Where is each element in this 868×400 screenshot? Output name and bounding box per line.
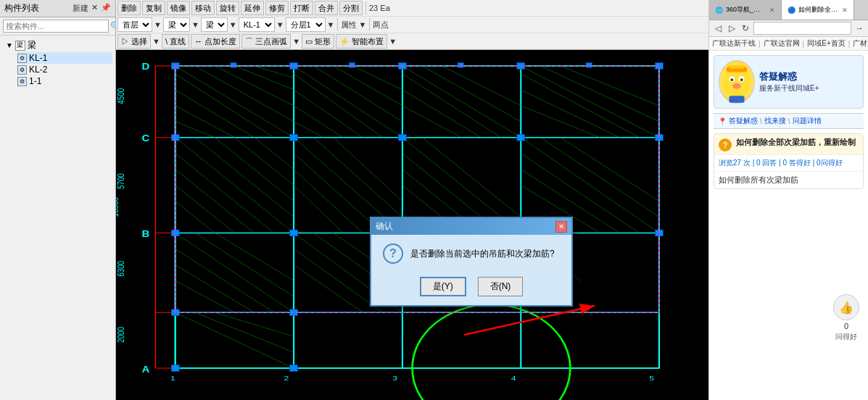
bookmark-guangcai[interactable]: 广材网 xyxy=(853,38,868,49)
tree-root-item[interactable]: ▼ 梁 梁 xyxy=(3,38,112,52)
close-panel-icon[interactable]: ✕ xyxy=(91,3,98,14)
sep-label-5: ▼ xyxy=(327,20,335,29)
counter-label: 23 Ea xyxy=(369,4,390,12)
svg-point-134 xyxy=(730,78,733,81)
svg-text:2: 2 xyxy=(284,374,289,382)
split-btn[interactable]: 分割 xyxy=(339,1,363,15)
break-btn[interactable]: 打断 xyxy=(290,1,313,15)
floor-select[interactable]: 首层 xyxy=(117,17,152,32)
root-icon: 梁 xyxy=(15,41,25,51)
layer-select[interactable]: 分层1 xyxy=(286,17,326,32)
sep-label-6: ▼ xyxy=(358,20,366,29)
rotate-btn[interactable]: 旋转 xyxy=(216,1,239,15)
dialog-body: ? 是否删除当前选中的吊筋和次梁加筋? xyxy=(371,235,571,272)
dialog-title: 确认 xyxy=(376,220,393,233)
right-content: 答疑解惑 服务新干线同城E+ 📍 答疑解惑 \ 找来搜 \ 问题详情 ? 如何删… xyxy=(709,51,868,400)
sep8: ▼ xyxy=(292,37,300,46)
sep1 xyxy=(365,1,366,14)
like-section: 👍 0 问得好 xyxy=(832,294,861,342)
sep3 xyxy=(369,18,370,31)
dialog-yes-btn[interactable]: 是(Y) xyxy=(420,277,466,296)
type-select-1[interactable]: 梁 xyxy=(163,17,190,32)
line-btn[interactable]: \ 直线 xyxy=(162,34,189,49)
location-icon: 📍 xyxy=(718,117,727,125)
rect-btn[interactable]: ▭ 矩形 xyxy=(302,34,334,49)
svg-text:5700: 5700 xyxy=(116,173,125,189)
move-btn[interactable]: 移动 xyxy=(191,1,215,15)
browser-nav: ◁ ▷ ↻ → xyxy=(709,20,868,37)
tree-item-kl2[interactable]: ⚙ KL-2 xyxy=(17,64,112,75)
browser-tab-active[interactable]: 🔵 如何删除全部次梁加筋 ✕ xyxy=(782,0,854,20)
search-input[interactable] xyxy=(3,20,109,33)
dialog-buttons: 是(Y) 否(N) xyxy=(371,272,571,305)
breadcrumb-item-2[interactable]: 找来搜 xyxy=(764,116,786,126)
tab-360-label: 360导航_新一代安全上网导航 xyxy=(726,5,766,14)
kl-select[interactable]: KL-1 xyxy=(239,17,275,32)
trim-btn[interactable]: 修剪 xyxy=(265,1,289,15)
item11-label: 1-1 xyxy=(29,76,41,86)
bookmark-bar: 广联达新干线 | 广联达官网 | 同域E+首页 | 广材网 xyxy=(709,37,868,51)
toolbars: 删除 复制 镜像 移动 旋转 延伸 修剪 打断 合并 分割 23 Ea 首层 ▼… xyxy=(116,0,708,50)
sep2 xyxy=(337,18,338,31)
mascot-title: 答疑解惑 xyxy=(759,70,819,83)
item11-icon: ⚙ xyxy=(17,77,27,86)
bookmark-guanglianda-xinganxian[interactable]: 广联达新干线 xyxy=(712,38,756,49)
extend-btn[interactable]: 延伸 xyxy=(241,1,264,15)
bookmark-tongyue[interactable]: 同域E+首页 xyxy=(807,38,846,49)
select-btn[interactable]: ▷ 选择 xyxy=(117,34,151,49)
tree-item-11[interactable]: ⚙ 1-1 xyxy=(17,75,112,87)
attr-label: 属性 xyxy=(341,20,357,30)
merge-btn[interactable]: 合并 xyxy=(315,1,338,15)
tab-360-close[interactable]: ✕ xyxy=(769,7,775,14)
dialog-no-btn[interactable]: 否(N) xyxy=(478,277,524,296)
svg-text:B: B xyxy=(141,229,149,238)
like-button[interactable]: 👍 xyxy=(833,294,859,320)
type-select-2[interactable]: 梁 xyxy=(201,17,228,32)
address-bar[interactable] xyxy=(753,22,851,35)
mirror-btn[interactable]: 镜像 xyxy=(167,1,190,15)
copy-btn[interactable]: 复制 xyxy=(142,1,165,15)
new-button[interactable]: 新建 xyxy=(73,3,88,14)
nav-refresh-btn[interactable]: ↻ xyxy=(740,22,751,35)
bookmark-guanglianda-gw[interactable]: 广联达官网 xyxy=(764,38,800,49)
sep-label-1: ▼ xyxy=(154,20,162,29)
sep7: ▼ xyxy=(152,37,160,46)
tree-item-kl1[interactable]: ⚙ KL-1 xyxy=(17,52,112,64)
smart-place-btn[interactable]: ⚡ 智能布置 xyxy=(336,34,387,49)
dialog-close-btn[interactable]: ✕ xyxy=(555,221,567,233)
svg-rect-106 xyxy=(458,63,463,68)
question-section: ? 如何删除全部次梁加筋，重新绘制 浏览27 次 | 0 回答 | 0 答得好 … xyxy=(714,133,864,189)
svg-rect-96 xyxy=(290,230,298,236)
cad-canvas[interactable]: D C B A 4500 5700 6300 2000 16500 1 2 3 … xyxy=(116,50,708,400)
kl2-icon: ⚙ xyxy=(17,65,27,75)
breadcrumb-item-1[interactable]: 答疑解惑 xyxy=(729,116,758,126)
tab-360-favicon: 🌐 xyxy=(715,7,723,14)
svg-text:4: 4 xyxy=(511,374,516,382)
question-box: ? 如何删除全部次梁加筋，重新绘制 浏览27 次 | 0 回答 | 0 答得好 … xyxy=(714,133,864,189)
nav-fwd-btn[interactable]: ▷ xyxy=(726,22,737,35)
two-points-label: 两点 xyxy=(373,20,389,30)
nav-go-btn[interactable]: → xyxy=(853,22,865,35)
breadcrumb-item-3[interactable]: 问题详情 xyxy=(793,116,822,126)
tree-root-label: 梁 xyxy=(28,39,36,51)
nav-back-btn[interactable]: ◁ xyxy=(712,22,724,35)
tab-active-close[interactable]: ✕ xyxy=(842,7,848,14)
delete-btn[interactable]: 删除 xyxy=(117,1,141,15)
browser-tab-360[interactable]: 🌐 360导航_新一代安全上网导航 ✕ xyxy=(709,0,782,20)
toolbar-row-3: ▷ 选择 ▼ \ 直线 ↔ 点加长度 ⌒ 三点画弧 ▼ ▭ 矩形 ⚡ 智能布置 … xyxy=(116,33,708,49)
svg-rect-93 xyxy=(517,134,525,141)
svg-rect-103 xyxy=(290,365,298,372)
svg-text:1: 1 xyxy=(170,374,175,382)
svg-text:2000: 2000 xyxy=(116,327,125,343)
pin-panel-icon[interactable]: 📌 xyxy=(101,3,111,14)
svg-rect-92 xyxy=(398,134,406,141)
answer-mascot: 答疑解惑 服务新干线同城E+ xyxy=(714,55,864,109)
point-len-btn[interactable]: ↔ 点加长度 xyxy=(191,34,240,49)
svg-text:D: D xyxy=(141,62,149,72)
svg-rect-91 xyxy=(290,134,298,141)
svg-text:3: 3 xyxy=(392,374,397,382)
svg-text:A: A xyxy=(141,364,149,374)
arc-btn[interactable]: ⌒ 三点画弧 xyxy=(241,34,291,49)
dialog-titlebar: 确认 ✕ xyxy=(371,218,571,235)
left-panel-title: 构件列表 新建 ✕ 📌 xyxy=(0,0,115,17)
